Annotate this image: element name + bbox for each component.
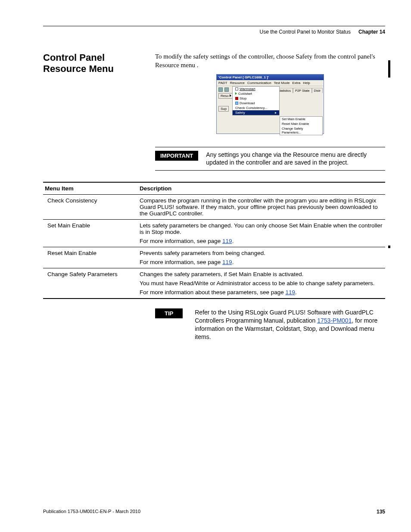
table-row: Reset Main EnablePrevents safety paramet…	[43, 247, 385, 268]
change-bar	[388, 60, 390, 78]
warmstart-icon	[235, 87, 238, 90]
toolbar-icon[interactable]	[218, 87, 223, 92]
menu-item[interactable]: Download	[233, 101, 279, 106]
tab[interactable]: Distr	[312, 88, 323, 93]
menu-item[interactable]: Check Consistency...	[233, 106, 279, 110]
tab[interactable]: P2P State	[293, 88, 312, 93]
page-number: 135	[377, 509, 385, 515]
menu-item[interactable]: Coldstart	[233, 91, 279, 96]
menu-item-name: Reset Main Enable	[43, 247, 138, 268]
left-button[interactable]: Sup	[218, 106, 229, 112]
menubar-item[interactable]: Test Mode	[274, 81, 290, 85]
menu-item-name: Change Safety Parameters	[43, 268, 138, 299]
stop-icon	[235, 97, 238, 100]
menubar-item[interactable]: Help	[303, 81, 310, 85]
submenu-item[interactable]: Change Safety Parameters...	[280, 126, 322, 135]
page-link[interactable]: 119	[222, 259, 232, 265]
menu-item-description: Prevents safety parameters from being ch…	[138, 247, 385, 268]
play-icon	[235, 92, 237, 95]
safety-submenu: Set Main Enable Reset Main Enable Change…	[280, 116, 323, 135]
table-header-item: Menu Item	[43, 182, 138, 195]
submenu-item[interactable]: Reset Main Enable	[280, 121, 322, 126]
chevron-right-icon	[230, 94, 231, 97]
page-link[interactable]: 119	[285, 289, 295, 296]
page-footer: Publication 1753-UM001C-EN-P - March 201…	[43, 509, 385, 515]
header-rule	[43, 26, 385, 26]
table-row: Check ConsistencyCompares the program ru…	[43, 195, 385, 220]
menu-item-description: Compares the program running in the cont…	[138, 195, 385, 220]
embedded-screenshot: 'Control Panel [ GPLC1600_1 ]' PADT Reso…	[216, 74, 324, 134]
menu-item[interactable]: Stop	[233, 96, 279, 101]
menu-item-name: Set Main Enable	[43, 220, 138, 247]
change-bar	[388, 246, 390, 248]
page: Use the Control Panel to Monitor Status …	[0, 0, 411, 532]
window-menubar: PADT Resource Communication Test Mode Ex…	[217, 80, 324, 86]
publication-id: Publication 1753-UM001C-EN-P - March 201…	[43, 509, 140, 515]
menu-item[interactable]: Warmstart	[233, 87, 279, 91]
chapter-label: Chapter 14	[358, 29, 385, 35]
menubar-item[interactable]: Resource	[230, 81, 245, 85]
section-heading: Control Panel Resource Menu	[43, 52, 146, 134]
publication-link[interactable]: 1753-PM001	[317, 317, 352, 324]
running-head-text: Use the Control Panel to Monitor Status	[260, 29, 351, 35]
submenu-item[interactable]: Set Main Enable	[280, 117, 322, 121]
important-label: IMPORTANT	[155, 151, 198, 161]
page-link[interactable]: 119	[222, 238, 232, 244]
important-text: Any settings you change via the Resource…	[206, 151, 385, 167]
resource-dropdown: Warmstart Coldstart Stop Download Check …	[232, 86, 280, 115]
table-header-desc: Description	[138, 182, 385, 195]
tip-text: Refer to the Using RSLogix Guard PLUS! S…	[195, 308, 385, 341]
menubar-item[interactable]: Communication	[247, 81, 271, 85]
tip-label: TIP	[155, 308, 183, 318]
menubar-item[interactable]: PADT	[218, 81, 227, 85]
menu-item-description: Lets safety parameters be changed. You c…	[138, 220, 385, 247]
table-row: Set Main EnableLets safety parameters be…	[43, 220, 385, 247]
intro-paragraph: To modify the safety settings of the con…	[155, 52, 385, 70]
window-titlebar: 'Control Panel [ GPLC1600_1 ]'	[217, 75, 324, 80]
table-row: Change Safety ParametersChanges the safe…	[43, 268, 385, 299]
important-callout: IMPORTANT Any settings you change via th…	[155, 147, 385, 171]
running-header: Use the Control Panel to Monitor Status …	[43, 29, 385, 35]
menubar-item[interactable]: Extra	[292, 81, 300, 85]
menu-item-name: Check Consistency	[43, 195, 138, 220]
download-icon	[235, 102, 238, 105]
menu-item-description: Changes the safety parameters, if Set Ma…	[138, 268, 385, 299]
toolbar-icon[interactable]	[224, 87, 229, 92]
menu-item-safety[interactable]: Safety▸	[233, 110, 279, 115]
menu-item-table: Menu Item Description Check ConsistencyC…	[43, 182, 385, 299]
tip-callout: TIP Refer to the Using RSLogix Guard PLU…	[155, 308, 385, 341]
